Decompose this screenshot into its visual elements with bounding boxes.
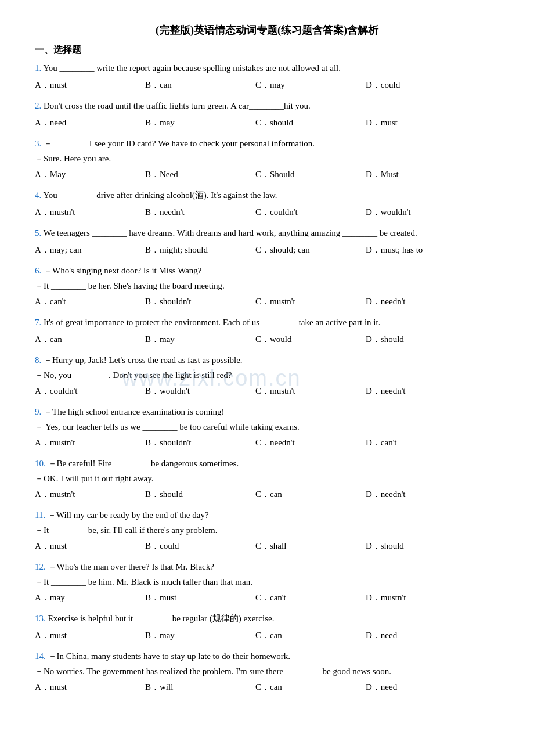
option-1-D: D．could: [366, 77, 476, 93]
option-7-C: C．would: [255, 332, 366, 347]
dialog-line-6-1: －It ________ be her. She's having the bo…: [35, 279, 499, 293]
dialog-line-10-0: 10. －Be careful! Fire ________ be danger…: [35, 456, 499, 470]
option-10-D: D．needn't: [366, 487, 476, 502]
question-num-12: 12.: [35, 562, 48, 571]
options-row-13: A．mustB．mayC．canD．need: [35, 628, 499, 643]
option-3-C: C．Should: [255, 167, 366, 182]
option-8-A: A．couldn't: [35, 383, 145, 399]
option-7-B: B．may: [145, 332, 255, 347]
question-block-4: 4. You ________ drive after drinking alc…: [35, 188, 499, 220]
question-block-10: 10. －Be careful! Fire ________ be danger…: [35, 456, 499, 502]
option-12-D: D．mustn't: [366, 590, 476, 606]
question-num-4: 4.: [35, 190, 43, 200]
question-text-5: 5. We teenagers ________ have dreams. Wi…: [35, 226, 499, 240]
option-8-B: B．wouldn't: [145, 383, 255, 399]
option-9-C: C．needn't: [255, 435, 366, 451]
option-14-D: D．need: [366, 679, 476, 695]
option-8-D: D．needn't: [366, 383, 476, 399]
options-row-7: A．canB．mayC．wouldD．should: [35, 332, 499, 347]
section-header: 一、选择题: [35, 44, 499, 56]
option-13-A: A．must: [35, 628, 145, 643]
option-11-B: B．could: [145, 538, 255, 554]
option-9-D: D．can't: [366, 435, 476, 451]
option-9-A: A．mustn't: [35, 435, 145, 451]
options-row-5: A．may; canB．might; shouldC．should; canD．…: [35, 242, 499, 258]
option-3-B: B．Need: [145, 167, 255, 182]
option-11-A: A．must: [35, 538, 145, 554]
question-text-7: 7. It's of great importance to protect t…: [35, 315, 499, 329]
questions-container: 1. You ________ write the report again b…: [35, 61, 499, 695]
dialog-line-12-1: －It ________ be him. Mr. Black is much t…: [35, 575, 499, 589]
options-row-3: A．MayB．NeedC．ShouldD．Must: [35, 167, 499, 182]
options-row-9: A．mustn'tB．shouldn'tC．needn'tD．can't: [35, 435, 499, 451]
option-13-B: B．may: [145, 628, 255, 643]
page-title: (完整版)英语情态动词专题(练习题含答案)含解析: [35, 23, 499, 37]
question-num-8: 8.: [35, 355, 44, 365]
option-10-C: C．can: [255, 487, 366, 502]
question-block-1: 1. You ________ write the report again b…: [35, 61, 499, 93]
question-num-5: 5.: [35, 228, 44, 237]
option-7-A: A．can: [35, 332, 145, 347]
question-text-1: 1. You ________ write the report again b…: [35, 61, 499, 75]
question-block-8: 8. －Hurry up, Jack! Let's cross the road…: [35, 353, 499, 399]
options-row-6: A．can'tB．shouldn'tC．mustn'tD．needn't: [35, 294, 499, 309]
option-5-C: C．should; can: [255, 242, 366, 258]
option-14-C: C．can: [255, 679, 366, 695]
option-6-B: B．shouldn't: [145, 294, 255, 309]
dialog-line-8-1: －No, you ________. Don't you see the lig…: [35, 368, 499, 382]
dialog-line-11-0: 11. －Will my car be ready by the end of …: [35, 508, 499, 522]
option-4-B: B．needn't: [145, 204, 255, 220]
option-12-C: C．can't: [255, 590, 366, 606]
options-row-10: A．mustn'tB．shouldC．canD．needn't: [35, 487, 499, 502]
question-text-2: 2. Don't cross the road until the traffi…: [35, 99, 499, 113]
question-num-14: 14.: [35, 651, 48, 661]
question-num-11: 11.: [35, 510, 48, 520]
option-11-D: D．should: [366, 538, 476, 554]
option-6-C: C．mustn't: [255, 294, 366, 309]
options-row-1: A．mustB．canC．mayD．could: [35, 77, 499, 93]
question-block-11: 11. －Will my car be ready by the end of …: [35, 508, 499, 554]
option-12-B: B．must: [145, 590, 255, 606]
option-10-A: A．mustn't: [35, 487, 145, 502]
options-row-11: A．mustB．couldC．shallD．should: [35, 538, 499, 554]
dialog-line-14-0: 14. －In China, many students have to sta…: [35, 649, 499, 663]
option-2-C: C．should: [255, 115, 366, 131]
question-block-14: 14. －In China, many students have to sta…: [35, 649, 499, 695]
question-num-10: 10.: [35, 459, 48, 468]
question-block-13: 13. Exercise is helpful but it ________ …: [35, 611, 499, 643]
option-12-A: A．may: [35, 590, 145, 606]
option-14-A: A．must: [35, 679, 145, 695]
question-block-6: 6. －Who's singing next door? Is it Miss …: [35, 264, 499, 309]
dialog-line-9-1: － Yes, our teacher tells us we ________ …: [35, 420, 499, 434]
question-block-2: 2. Don't cross the road until the traffi…: [35, 99, 499, 131]
question-text-4: 4. You ________ drive after drinking alc…: [35, 188, 499, 202]
question-num-7: 7.: [35, 318, 44, 327]
option-3-D: D．Must: [366, 167, 476, 182]
question-num-2: 2.: [35, 101, 44, 110]
option-5-A: A．may; can: [35, 242, 145, 258]
dialog-line-8-0: 8. －Hurry up, Jack! Let's cross the road…: [35, 353, 499, 367]
options-row-14: A．mustB．willC．canD．need: [35, 679, 499, 695]
question-text-13: 13. Exercise is helpful but it ________ …: [35, 611, 499, 625]
question-num-6: 6.: [35, 266, 44, 275]
option-2-D: D．must: [366, 115, 476, 131]
option-13-C: C．can: [255, 628, 366, 643]
option-4-D: D．wouldn't: [366, 204, 476, 220]
dialog-line-14-1: －No worries. The government has realized…: [35, 664, 499, 678]
dialog-line-3-1: －Sure. Here you are.: [35, 152, 499, 165]
option-8-C: C．mustn't: [255, 383, 366, 399]
option-4-C: C．couldn't: [255, 204, 366, 220]
option-10-B: B．should: [145, 487, 255, 502]
option-11-C: C．shall: [255, 538, 366, 554]
question-block-9: 9. －The high school entrance examination…: [35, 405, 499, 451]
question-num-13: 13.: [35, 614, 48, 623]
question-num-9: 9.: [35, 407, 44, 416]
option-2-A: A．need: [35, 115, 145, 131]
question-block-5: 5. We teenagers ________ have dreams. Wi…: [35, 226, 499, 258]
dialog-line-12-0: 12. －Who's the man over there? Is that M…: [35, 560, 499, 574]
option-1-B: B．can: [145, 77, 255, 93]
option-14-B: B．will: [145, 679, 255, 695]
option-4-A: A．mustn't: [35, 204, 145, 220]
option-9-B: B．shouldn't: [145, 435, 255, 451]
option-6-D: D．needn't: [366, 294, 476, 309]
